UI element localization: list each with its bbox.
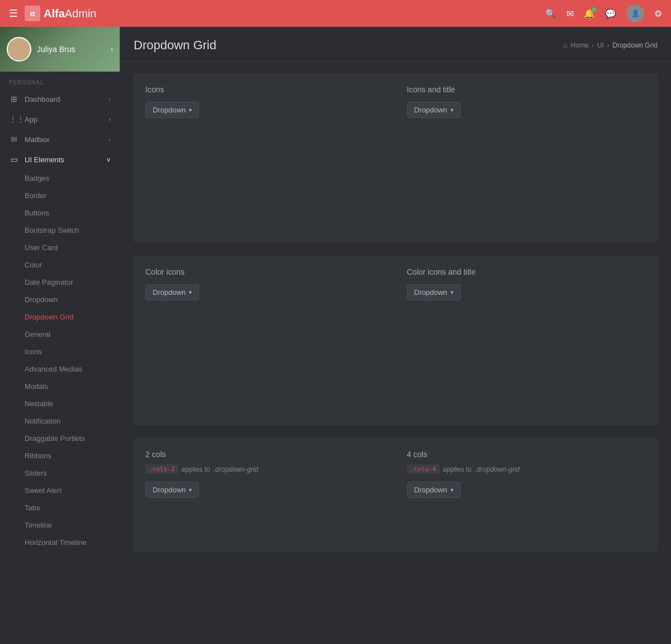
logo-area: α AlfaAdmin xyxy=(25,6,97,21)
dropdown-caret-icon: ▾ xyxy=(189,487,192,493)
user-chevron-icon: › xyxy=(111,45,113,53)
sidebar-sub-item-horizontal-timeline[interactable]: Horizontal Timeline xyxy=(0,534,120,551)
cols-2-italic-text: .dropdown-grid xyxy=(214,466,258,473)
dashboard-icon: ⊞ xyxy=(9,95,19,104)
sidebar-sub-item-draggable-portlets[interactable]: Draggable Portlets xyxy=(0,430,120,447)
sidebar-section-label: PERSONAL xyxy=(0,72,120,89)
grid-section-color-icons: Color icons Dropdown ▾ Color icons and t… xyxy=(134,256,658,425)
cols-cell-4: 4 cols .cols-4 applies to .dropdown-grid… xyxy=(396,439,658,551)
app-icon: ⋮⋮ xyxy=(9,115,19,124)
grid-cell-color-icons-title: Color icons and title Dropdown ▾ xyxy=(396,256,658,424)
icons-dropdown-button[interactable]: Dropdown ▾ xyxy=(145,102,199,118)
sidebar-sub-item-advanced-medias[interactable]: Advanced Medias xyxy=(0,360,120,378)
bell-badge xyxy=(592,7,596,12)
home-icon: ⌂ xyxy=(563,41,568,50)
bell-icon[interactable]: 🔔 xyxy=(584,8,595,19)
color-icons-title-dropdown-label: Dropdown xyxy=(414,288,447,297)
sidebar-sub-item-tabs[interactable]: Tabs xyxy=(0,499,120,516)
user-banner[interactable]: Juliya Brus › xyxy=(0,27,120,72)
cols-4-dropdown-button[interactable]: Dropdown ▾ xyxy=(407,482,461,498)
logo-icon: α xyxy=(25,6,40,21)
arrow-icon: › xyxy=(108,116,111,123)
content-area: Icons Dropdown ▾ Icons and title Dropdow… xyxy=(120,62,671,576)
sidebar-sub-item-timeline[interactable]: Timeline xyxy=(0,516,120,534)
sidebar-sub-item-badges[interactable]: Badges xyxy=(0,170,120,187)
color-icons-label: Color icons xyxy=(145,267,384,276)
color-icons-dropdown-button[interactable]: Dropdown ▾ xyxy=(145,284,199,300)
dropdown-caret-icon: ▾ xyxy=(451,487,453,493)
main-content: Dropdown Grid ⌂ Home › UI › Dropdown Gri… xyxy=(120,27,671,644)
sidebar-item-dashboard[interactable]: ⊞ Dashboard › xyxy=(0,89,120,109)
ui-elements-icon: ▭ xyxy=(9,155,19,164)
sidebar-sub-item-icons[interactable]: Icons xyxy=(0,343,120,360)
mail-sidebar-icon: ✉ xyxy=(9,135,19,144)
color-icons-title-dropdown-button[interactable]: Dropdown ▾ xyxy=(407,284,461,300)
grid-cell-color-icons: Color icons Dropdown ▾ xyxy=(134,256,396,424)
cols-4-italic-text: .dropdown-grid xyxy=(475,466,519,473)
svg-point-0 xyxy=(13,40,25,52)
grid-section-icons: Icons Dropdown ▾ Icons and title Dropdow… xyxy=(134,73,658,242)
sidebar-item-app[interactable]: ⋮⋮ App › xyxy=(0,109,120,129)
mail-icon[interactable]: ✉ xyxy=(566,8,574,19)
icons-title-label: Icons and title xyxy=(407,85,646,94)
arrow-icon: › xyxy=(108,96,111,102)
cols-4-dropdown-label: Dropdown xyxy=(414,486,447,494)
sidebar-sub-item-general[interactable]: General xyxy=(0,326,120,343)
sidebar-item-label: UI Elements xyxy=(25,156,101,164)
sidebar-item-label: Mailbox xyxy=(25,135,103,144)
icons-title-dropdown-label: Dropdown xyxy=(414,106,447,114)
cols-section: 2 cols .cols-2 applies to .dropdown-grid… xyxy=(134,438,658,551)
cols-4-badge: .cols-4 xyxy=(407,464,440,474)
sidebar-sub-item-nestable[interactable]: Nestable xyxy=(0,395,120,412)
sidebar-sub-item-border[interactable]: Border xyxy=(0,187,120,204)
cols-row: 2 cols .cols-2 applies to .dropdown-grid… xyxy=(134,439,657,551)
user-avatar[interactable]: 👤 xyxy=(626,4,644,22)
sidebar: Juliya Brus › PERSONAL ⊞ Dashboard › ⋮⋮ … xyxy=(0,27,120,644)
sidebar-sub-item-bootstrap-switch[interactable]: Bootstrap Switch xyxy=(0,222,120,239)
icons-dropdown-label: Dropdown xyxy=(153,106,186,114)
logo-light: Admin xyxy=(65,7,97,20)
hamburger-button[interactable]: ☰ xyxy=(9,7,18,20)
sidebar-sub-item-modals[interactable]: Modals xyxy=(0,378,120,395)
page-title: Dropdown Grid xyxy=(134,38,216,53)
breadcrumb-sep1: › xyxy=(592,43,594,49)
cols-4-title: 4 cols xyxy=(407,450,646,459)
cols-4-desc: .cols-4 applies to .dropdown-grid xyxy=(407,464,646,474)
search-icon[interactable]: 🔍 xyxy=(545,8,556,19)
sidebar-sub-item-dropdown[interactable]: Dropdown xyxy=(0,291,120,308)
svg-point-1 xyxy=(10,51,29,62)
breadcrumb-sep2: › xyxy=(607,43,609,49)
sidebar-sub-item-sweet-alert[interactable]: Sweet Alert xyxy=(0,482,120,499)
sidebar-sub-item-buttons[interactable]: Buttons xyxy=(0,204,120,222)
dropdown-caret-icon: ▾ xyxy=(451,289,453,295)
sidebar-item-label: Dashboard xyxy=(25,95,103,104)
sidebar-sub-item-user-card[interactable]: User Card xyxy=(0,239,120,256)
chat-icon[interactable]: 💬 xyxy=(605,8,616,19)
sidebar-item-label: App xyxy=(25,115,103,124)
sidebar-sub-item-sliders[interactable]: Sliders xyxy=(0,464,120,482)
sidebar-sub-item-date-paginator[interactable]: Date Paginator xyxy=(0,274,120,291)
user-avatar-sidebar xyxy=(7,37,31,62)
breadcrumb: ⌂ Home › UI › Dropdown Grid xyxy=(563,41,658,50)
cols-2-dropdown-button[interactable]: Dropdown ▾ xyxy=(145,482,199,498)
color-icons-dropdown-label: Dropdown xyxy=(153,288,186,297)
settings-icon[interactable]: ⚙ xyxy=(654,8,662,19)
header-left: ☰ α AlfaAdmin xyxy=(9,6,97,21)
sidebar-item-ui-elements[interactable]: ▭ UI Elements ∨ xyxy=(0,149,120,170)
logo-bold: Alfa xyxy=(44,7,65,20)
grid-cell-icons: Icons Dropdown ▾ xyxy=(134,74,396,242)
breadcrumb-current: Dropdown Grid xyxy=(612,41,658,49)
sidebar-sub-item-ribbons[interactable]: Ribbons xyxy=(0,447,120,464)
sidebar-sub-item-dropdown-grid[interactable]: Dropdown Grid xyxy=(0,308,120,326)
cols-2-title: 2 cols xyxy=(145,450,384,459)
breadcrumb-ui[interactable]: UI xyxy=(597,41,604,49)
breadcrumb-home[interactable]: Home xyxy=(571,41,589,49)
cols-2-desc-text: applies to xyxy=(181,466,210,473)
sidebar-sub-item-color[interactable]: Color xyxy=(0,256,120,274)
icons-title-dropdown-button[interactable]: Dropdown ▾ xyxy=(407,102,461,118)
sidebar-item-mailbox[interactable]: ✉ Mailbox › xyxy=(0,129,120,149)
page-header: Dropdown Grid ⌂ Home › UI › Dropdown Gri… xyxy=(120,27,671,62)
cols-2-badge: .cols-2 xyxy=(145,464,178,474)
sidebar-sub-item-notification[interactable]: Notification xyxy=(0,412,120,430)
layout: Juliya Brus › PERSONAL ⊞ Dashboard › ⋮⋮ … xyxy=(0,27,671,644)
